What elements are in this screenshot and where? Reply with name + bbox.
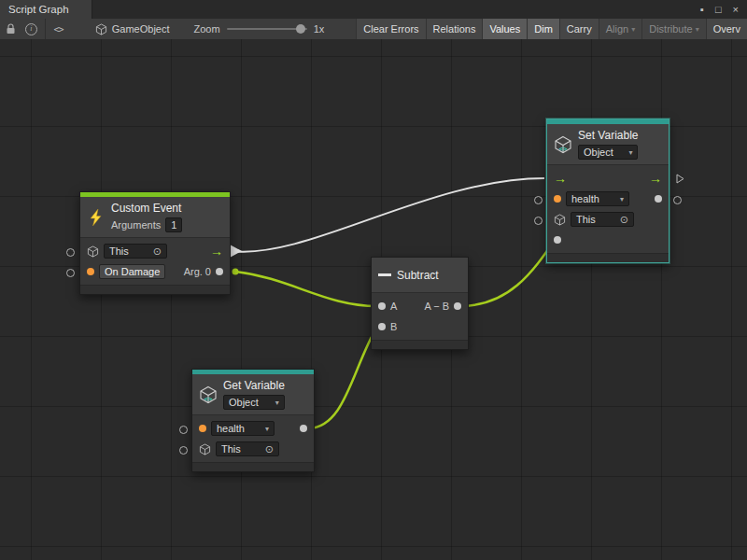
flow-out-port[interactable]: → (210, 245, 223, 258)
relations-button[interactable]: Relations (426, 19, 483, 39)
input-b-label: B (390, 321, 397, 332)
lock-icon[interactable] (0, 19, 21, 39)
object-picker-icon[interactable]: ⊙ (620, 215, 628, 225)
variable-name-dropdown[interactable]: health ▾ (566, 191, 629, 206)
output-port[interactable] (454, 302, 461, 310)
gameobject-type-icon (199, 443, 211, 455)
string-port[interactable] (87, 268, 94, 275)
ports-area: This ⊙ → On Damage Arg. 0 (80, 238, 230, 285)
kind-value: Object (584, 147, 613, 158)
overview-button[interactable]: Overv (706, 19, 747, 39)
separator (45, 19, 46, 39)
node-set-variable[interactable]: <> Set Variable Object ▾ → → health ▾ (546, 119, 669, 263)
port-row-variable-name: health ▾ (547, 189, 669, 209)
string-port[interactable] (554, 195, 561, 203)
node-title: Subtract (397, 269, 439, 282)
wire-getvariable-to-subtract-b[interactable] (308, 327, 377, 428)
window-controls: ▪ □ × (700, 0, 747, 19)
tab-bar: Script Graph ▪ □ × (0, 0, 747, 20)
window-menu-icon[interactable]: ▪ (700, 4, 704, 15)
values-toggle-button[interactable]: Values (482, 19, 527, 39)
input-a-port[interactable] (378, 302, 386, 310)
node-footer (192, 462, 314, 471)
gameobject-breadcrumb[interactable]: GameObject (95, 23, 170, 35)
code-icon[interactable]: <> (48, 19, 68, 39)
variable-icon: <> (554, 135, 572, 154)
chevron-down-icon: ▾ (275, 399, 279, 407)
gameobject-icon (95, 23, 107, 35)
wire-arg0-to-subtract-a[interactable] (235, 272, 377, 306)
target-field[interactable]: This ⊙ (104, 244, 167, 259)
align-button[interactable]: Align ▾ (599, 19, 641, 39)
chevron-down-icon: ▾ (265, 425, 269, 433)
target-value: This (109, 245, 129, 257)
variable-kind-dropdown[interactable]: Object ▾ (223, 395, 285, 410)
unconnected-port-indicator (534, 196, 543, 204)
chevron-down-icon: ▾ (620, 195, 624, 203)
arguments-field[interactable]: 1 (165, 217, 182, 232)
node-footer (80, 285, 230, 294)
dim-toggle-button[interactable]: Dim (527, 19, 559, 39)
ports-area: health ▾ This ⊙ (192, 415, 314, 462)
variable-kind-dropdown[interactable]: Object ▾ (578, 145, 638, 160)
string-port[interactable] (199, 425, 206, 432)
wire-subtract-to-setvariable-value[interactable] (459, 239, 556, 306)
graph-toolbar: i <> GameObject Zoom 1x Clear Errors Rel… (0, 19, 747, 40)
graph-canvas[interactable]: Custom Event Arguments 1 This ⊙ → On Dam… (0, 39, 747, 560)
port-row-target: This ⊙ → (80, 241, 230, 261)
input-b-port[interactable] (378, 323, 386, 330)
node-title: Get Variable (223, 379, 285, 392)
flow-in-port[interactable]: → (554, 172, 567, 185)
variable-name-dropdown[interactable]: health ▾ (211, 421, 275, 436)
svg-text:<>: <> (204, 395, 213, 403)
value-out-port[interactable] (300, 425, 307, 432)
node-header[interactable]: Custom Event Arguments 1 (80, 197, 230, 238)
unconnected-port-indicator (66, 248, 75, 257)
window-close-icon[interactable]: × (733, 4, 739, 15)
value-out-port[interactable] (655, 195, 662, 203)
wire-flow-arrowhead (230, 245, 242, 258)
unity-script-graph-window: { "window": { "tab": "Script Graph", "me… (0, 0, 747, 560)
node-header[interactable]: <> Set Variable Object ▾ (547, 124, 669, 165)
wire-flow-customevent-to-setvariable[interactable] (233, 178, 544, 252)
target-value: This (221, 443, 241, 455)
unconnected-port-indicator (179, 446, 188, 455)
value-in-port[interactable] (554, 236, 561, 244)
svg-text:<>: <> (558, 145, 568, 153)
object-picker-icon[interactable]: ⊙ (153, 246, 162, 257)
window-maximize-icon[interactable]: □ (715, 4, 722, 15)
wire-endpoint (233, 269, 239, 275)
chevron-down-icon: ▾ (628, 148, 632, 157)
object-picker-icon[interactable]: ⊙ (265, 444, 274, 455)
port-row-value-in (547, 230, 669, 250)
unconnected-port-indicator (66, 269, 75, 277)
info-icon[interactable]: i (21, 19, 41, 39)
event-name-field[interactable]: On Damage (99, 264, 165, 279)
clear-errors-button[interactable]: Clear Errors (356, 19, 425, 39)
distribute-button[interactable]: Distribute ▾ (641, 19, 705, 39)
flow-out-port[interactable]: → (649, 172, 662, 185)
node-header[interactable]: <> Get Variable Object ▾ (192, 374, 314, 415)
ports-area: A A − B B (372, 293, 468, 340)
target-field[interactable]: This ⊙ (571, 212, 634, 227)
tab-title: Script Graph (8, 4, 69, 15)
port-row-target: This ⊙ (547, 209, 669, 230)
align-label: Align (606, 23, 628, 35)
zoom-slider-handle[interactable] (296, 24, 305, 34)
port-row-variable-name: health ▾ (192, 418, 314, 439)
target-field[interactable]: This ⊙ (216, 441, 279, 456)
arg-out-port[interactable] (216, 268, 223, 275)
port-row-b: B (372, 316, 468, 337)
node-header[interactable]: Subtract (372, 258, 468, 293)
gameobject-type-icon (554, 214, 566, 226)
carry-button[interactable]: Carry (559, 19, 599, 39)
node-get-variable[interactable]: <> Get Variable Object ▾ health ▾ (191, 369, 315, 472)
kind-value: Object (229, 397, 259, 408)
gameobject-label: GameObject (112, 23, 170, 35)
node-subtract[interactable]: Subtract A A − B B (371, 257, 469, 350)
output-label: A − B (424, 301, 449, 312)
zoom-value: 1x (314, 23, 325, 35)
zoom-slider[interactable] (227, 28, 307, 30)
tab-script-graph[interactable]: Script Graph (0, 0, 92, 19)
node-custom-event[interactable]: Custom Event Arguments 1 This ⊙ → On Dam… (79, 191, 231, 295)
